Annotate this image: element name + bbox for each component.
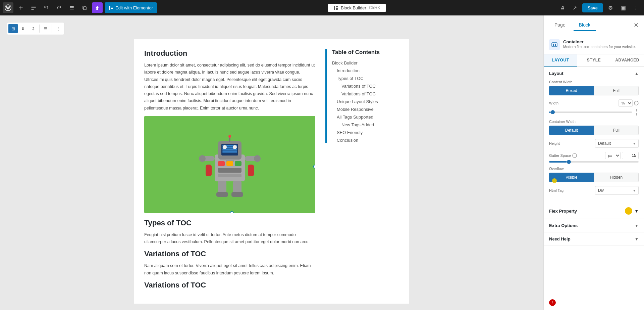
align-button[interactable]: ☰: [41, 24, 50, 33]
svg-rect-40: [206, 165, 212, 176]
more-options-button[interactable]: ⋮: [631, 2, 641, 13]
extra-options-header[interactable]: Extra Options ▼: [544, 219, 644, 232]
tab-style[interactable]: STYLE: [577, 54, 611, 67]
gutter-unit-select[interactable]: pxem: [605, 152, 621, 159]
layout-section-header[interactable]: Layout ▲: [544, 67, 644, 80]
right-panel: Page Block ✕ Container Modern flex-box c…: [543, 15, 644, 310]
external-link-button[interactable]: ↗: [570, 2, 580, 13]
undo-button[interactable]: [41, 2, 52, 13]
panel-header: Page Block ✕: [544, 15, 644, 35]
toc-link-new-tags[interactable]: New Tags Added: [341, 122, 374, 127]
block-tab[interactable]: Block: [574, 19, 596, 31]
toc-link-conclusion[interactable]: Conclusion: [337, 138, 358, 143]
height-row: Height DefaultMin Height: [549, 139, 639, 148]
panel-close-button[interactable]: ✕: [634, 21, 639, 29]
toc-link-seo[interactable]: SEO Friendly: [337, 130, 363, 135]
list-item: Block Builder: [332, 60, 399, 66]
svg-rect-22: [229, 137, 230, 142]
svg-rect-47: [636, 113, 637, 116]
svg-point-25: [233, 145, 237, 149]
page-tab[interactable]: Page: [549, 19, 571, 31]
tab-layout[interactable]: LAYOUT: [544, 54, 577, 67]
layout-section-title: Layout: [549, 71, 564, 76]
list-item: Mobile Responsive: [332, 106, 399, 112]
variations-heading: Variations of TOC: [144, 250, 315, 258]
resize-handle-bottom[interactable]: [230, 211, 234, 213]
move-button[interactable]: ⠿: [18, 24, 28, 33]
toc-link-types[interactable]: Types of TOC: [337, 76, 364, 81]
height-select[interactable]: DefaultMin Height: [595, 139, 639, 148]
list-item: New Tags Added: [332, 122, 399, 128]
more-block-options-button[interactable]: ⋮: [53, 24, 63, 33]
resize-handle-right[interactable]: [313, 165, 315, 169]
add-block-button[interactable]: [15, 2, 26, 13]
gutter-value-input[interactable]: [622, 152, 639, 159]
toc-link-block-builder[interactable]: Block Builder: [332, 60, 358, 65]
full-button[interactable]: Full: [594, 86, 639, 95]
svg-rect-44: [555, 44, 556, 46]
panel-toggle-button[interactable]: ▣: [618, 2, 629, 13]
notif-badge: !: [549, 299, 556, 306]
container-width-group: Default Full: [549, 126, 639, 135]
svg-rect-4: [70, 6, 74, 7]
list-item: Variations of TOC: [332, 91, 399, 97]
list-view-button[interactable]: [66, 2, 77, 13]
html-tag-row: Html Tag DivSectionArticle: [549, 186, 639, 195]
toc-link-unique[interactable]: Unique Layout Styles: [337, 99, 378, 104]
resize-button[interactable]: ⇕: [29, 24, 38, 33]
desktop-view-button[interactable]: 🖥: [557, 2, 568, 13]
tools-button[interactable]: [28, 2, 39, 13]
flex-property-row[interactable]: Flex Property ▼: [544, 203, 644, 219]
container-text: Container Modern flex-box containers for…: [563, 39, 636, 49]
robot-image: [144, 116, 315, 213]
gutter-slider-thumb[interactable]: [567, 160, 571, 164]
html-tag-select-wrapper: DivSectionArticle: [595, 186, 639, 195]
extra-options-section: Extra Options ▼: [544, 219, 644, 232]
svg-point-8: [96, 8, 98, 10]
layout-chevron: ▲: [635, 71, 639, 76]
width-slider[interactable]: [549, 112, 632, 113]
need-help-section: Need Help ▼: [544, 232, 644, 246]
toc-link-intro[interactable]: Introduction: [337, 68, 360, 73]
visible-button[interactable]: Visible: [549, 173, 594, 182]
toolbar-center: Block Builder Ctrl+K: [159, 4, 555, 12]
gutter-slider[interactable]: [549, 161, 639, 163]
gutter-slider-track: [549, 161, 567, 163]
hidden-label: Hidden: [610, 175, 623, 180]
settings-button[interactable]: ⚙: [605, 2, 616, 13]
flex-chevron: ▼: [634, 209, 639, 214]
width-row: Width %px: [549, 99, 639, 116]
toc-link-all-tags[interactable]: All Tags Supported: [337, 115, 373, 120]
toc-column: Table of Contents Block Builder Introduc…: [325, 49, 399, 294]
svg-rect-5: [70, 7, 74, 8]
toc-link-mobile[interactable]: Mobile Responsive: [337, 107, 374, 112]
svg-rect-39: [231, 192, 243, 197]
grid-view-button[interactable]: ⊞: [8, 24, 18, 33]
gutter-input-group: pxem: [605, 152, 639, 159]
svg-rect-41: [248, 165, 254, 176]
toc-link-variations2[interactable]: Variations of TOC: [341, 91, 376, 96]
cursor-dot: [552, 178, 557, 183]
wp-logo: W: [3, 2, 13, 13]
html-tag-select[interactable]: DivSectionArticle: [595, 186, 639, 195]
save-button[interactable]: Save: [582, 3, 603, 12]
svg-point-24: [223, 145, 227, 149]
toc-link-variations1[interactable]: Variations of TOC: [341, 84, 376, 89]
overflow-group: Visible Hidden: [549, 173, 639, 182]
full-button-2[interactable]: Full: [594, 126, 639, 135]
width-label: Width: [549, 101, 558, 105]
copy-button[interactable]: [79, 2, 90, 13]
redo-button[interactable]: [54, 2, 64, 13]
edit-with-elementor-button[interactable]: Edit with Elementor: [105, 2, 157, 13]
width-unit-select[interactable]: %px: [619, 99, 633, 107]
width-slider-thumb[interactable]: [551, 110, 555, 114]
content-wrapper: Introduction Lorem ipsum dolor sit amet,…: [134, 39, 409, 304]
need-help-header[interactable]: Need Help ▼: [544, 232, 644, 246]
tab-advanced[interactable]: ADVANCED: [610, 54, 644, 67]
default-button[interactable]: Default: [549, 126, 594, 135]
svg-rect-12: [334, 6, 335, 10]
hidden-button[interactable]: Hidden: [594, 173, 639, 182]
purple-plugin-button[interactable]: [92, 2, 103, 13]
boxed-button[interactable]: Boxed: [549, 86, 594, 95]
svg-rect-11: [111, 8, 113, 9]
